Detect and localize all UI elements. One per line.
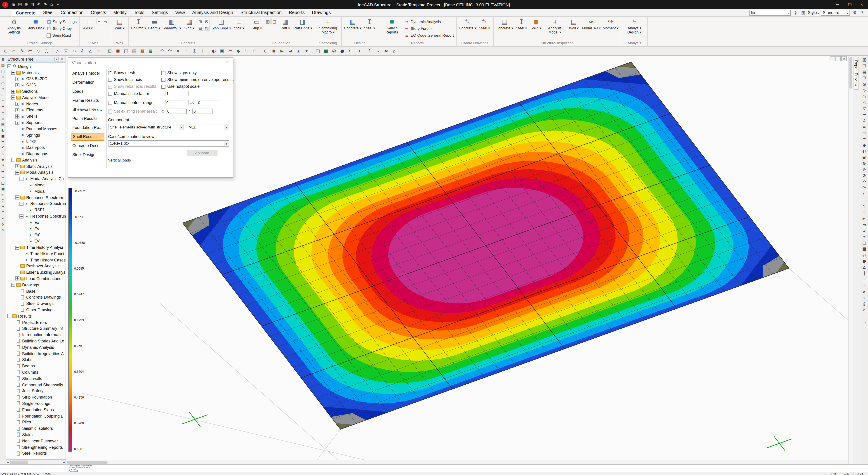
tree-item-single-footings[interactable]: Single Footings bbox=[6, 400, 66, 407]
tree-item-foundation-slabs[interactable]: Foundation Slabs bbox=[6, 407, 66, 413]
print-icon[interactable]: ◨ bbox=[29, 1, 36, 8]
toolbar-icon[interactable]: ▱ bbox=[226, 47, 234, 55]
new-file-icon[interactable]: ▣ bbox=[10, 1, 17, 8]
toolbar-icon[interactable]: ▴ bbox=[861, 228, 868, 234]
toolbar-icon[interactable]: ⊠ bbox=[114, 47, 122, 55]
tree-item-nonlinear-pushover[interactable]: Nonlinear Pushover bbox=[6, 438, 66, 444]
toolbar-icon[interactable]: ▽ bbox=[62, 47, 70, 55]
axis-tool-icon[interactable]: ⌐ bbox=[96, 19, 102, 24]
dynamic-analysis-button[interactable]: ≈Dynamic Analysis bbox=[404, 19, 454, 25]
expander-icon[interactable]: − bbox=[16, 245, 20, 249]
steel-button[interactable]: ✎Steel ▾ bbox=[477, 17, 492, 40]
toolbar-icon[interactable]: ► bbox=[861, 215, 868, 221]
story-forces-button[interactable]: →Story Forces bbox=[404, 25, 454, 32]
toolbar-icon[interactable]: ∠ bbox=[87, 47, 94, 55]
story-settings-button[interactable]: ▤Story Settings bbox=[46, 19, 76, 25]
toolbar-icon[interactable]: ◆ bbox=[235, 47, 242, 55]
toolbar-icon[interactable]: ↑ bbox=[366, 47, 373, 55]
toolbar-icon[interactable]: ↶ bbox=[861, 179, 868, 185]
raft-button[interactable]: ▦Raft ▾ bbox=[278, 17, 292, 40]
strip-button[interactable]: ▭Strip ▾ bbox=[250, 17, 264, 40]
toolbar-icon[interactable]: ⊕ bbox=[2, 47, 9, 55]
expander-icon[interactable]: − bbox=[20, 214, 24, 218]
toolbar-icon[interactable]: ✎ bbox=[19, 47, 26, 55]
toolbar-icon[interactable]: ▤ bbox=[131, 47, 138, 55]
tree-item-ey[interactable]: ▸Ey' bbox=[6, 238, 66, 244]
toolbar-icon[interactable]: ↷ bbox=[166, 47, 174, 55]
tree-item-building-stories-and-lo[interactable]: Building Stories And Lo bbox=[6, 338, 66, 344]
toolbar-icon[interactable]: ▤ bbox=[861, 69, 868, 75]
menu-drawings[interactable]: Drawings bbox=[308, 9, 334, 16]
toolbar-icon[interactable]: ▣ bbox=[0, 133, 6, 139]
toolbar-icon[interactable]: ↶ bbox=[158, 47, 165, 55]
steel-button[interactable]: ISteel ▾ bbox=[514, 17, 529, 40]
slab-tool-icon[interactable]: ⊠ bbox=[204, 19, 210, 24]
viewport[interactable]: -0.2462-0.161-0.07580.00950.09470.17990.… bbox=[66, 56, 848, 464]
toolbar-icon[interactable]: ◐ bbox=[861, 148, 868, 154]
tree-item-modal-analysis[interactable]: −Modal Analysis bbox=[6, 170, 66, 176]
tree-item-base[interactable]: Base bbox=[6, 288, 66, 294]
toolbar-icon[interactable]: ↓ bbox=[861, 209, 868, 215]
toolbar-icon[interactable]: ▴ bbox=[0, 174, 6, 180]
show-minimums-checkbox[interactable] bbox=[161, 78, 165, 82]
toolbar-icon[interactable]: ≡ bbox=[95, 47, 102, 55]
tree-item-shearwalls[interactable]: Shearwalls bbox=[6, 376, 66, 382]
solid-button[interactable]: ◼Solid ▾ bbox=[529, 17, 543, 40]
toolbar-icon[interactable]: ← bbox=[0, 204, 6, 209]
tree-item-analysis-model[interactable]: −Analysis Model bbox=[6, 94, 66, 101]
viewport-vertical-scrollbar[interactable] bbox=[848, 56, 852, 464]
toolbar-icon[interactable]: ≈ bbox=[861, 283, 868, 289]
toolbar-icon[interactable]: ▽ bbox=[0, 162, 6, 168]
close-icon[interactable]: × bbox=[225, 60, 230, 65]
toolbar-icon[interactable]: × bbox=[175, 47, 182, 55]
expander-icon[interactable]: + bbox=[16, 102, 20, 106]
expander-icon[interactable]: − bbox=[16, 171, 20, 175]
expander-icon[interactable]: − bbox=[20, 177, 24, 181]
scaffolding-macro-button[interactable]: ⌗Scaffolding Macro ▾ bbox=[316, 17, 340, 40]
rebar-diameter-input[interactable]: 0 bbox=[166, 109, 187, 114]
toolbar-icon[interactable]: § bbox=[0, 221, 6, 227]
expander-icon[interactable]: + bbox=[16, 77, 20, 81]
menu-analysis-and-design[interactable]: Analysis and Design bbox=[188, 9, 237, 16]
toolbar-icon[interactable]: ◆ bbox=[861, 142, 868, 148]
tree-item-seismic-isolators[interactable]: Seismic Isolators bbox=[6, 425, 66, 432]
tree-item-nodes[interactable]: +▪Nodes bbox=[6, 101, 66, 107]
toolbar-icon[interactable]: ↰ bbox=[243, 47, 250, 55]
viz-tab-analysis-model[interactable]: Analysis Model bbox=[71, 70, 104, 77]
viz-tab-foundation-re[interactable]: Foundation Re... bbox=[71, 124, 104, 131]
toolbar-icon[interactable]: ∥ bbox=[199, 47, 206, 55]
undo-icon[interactable]: ↶ bbox=[36, 1, 42, 8]
toolbar-icon[interactable]: ↓ bbox=[374, 47, 381, 55]
redo-icon[interactable]: ↷ bbox=[42, 1, 49, 8]
toolbar-icon[interactable]: ▦ bbox=[139, 47, 146, 55]
expander-icon[interactable]: + bbox=[16, 83, 20, 87]
tree-item-design[interactable]: −⚙Design bbox=[6, 63, 66, 70]
toolbar-icon[interactable]: → bbox=[861, 197, 868, 203]
toolbar-icon[interactable]: ⊥ bbox=[191, 47, 198, 55]
show-mesh-checkbox[interactable] bbox=[108, 71, 112, 75]
toolbar-icon[interactable]: ◎ bbox=[861, 252, 868, 258]
scrollbar-thumb[interactable] bbox=[849, 57, 852, 89]
toolbar-icon[interactable]: ▦ bbox=[861, 57, 868, 63]
animate-button[interactable]: Animate bbox=[187, 150, 217, 156]
concrete-button[interactable]: ✎Concrete ▾ bbox=[458, 17, 477, 40]
toolbar-icon[interactable]: ⊗ bbox=[270, 47, 278, 55]
toolbar-icon[interactable]: ▤ bbox=[0, 121, 6, 127]
tree-item-joint-safety[interactable]: Joint Safety bbox=[6, 388, 66, 394]
toolbar-icon[interactable]: ↕ bbox=[861, 118, 868, 124]
tree-item-concrete-drawings[interactable]: Concrete Drawings bbox=[6, 294, 66, 301]
toolbar-icon[interactable]: ⊞ bbox=[861, 75, 868, 81]
toolbar-icon[interactable]: △ bbox=[0, 98, 6, 103]
toolbar-icon[interactable]: ≈ bbox=[0, 215, 6, 221]
style-dropdown[interactable]: Style ▾ bbox=[808, 10, 819, 15]
expander-icon[interactable]: + bbox=[16, 164, 20, 168]
tree-item-response-spectrum[interactable]: −▸Response Spectrum bbox=[6, 201, 66, 207]
expander-icon[interactable]: + bbox=[16, 121, 20, 125]
toolbar-icon[interactable]: ● bbox=[861, 258, 868, 264]
tree-item-s235[interactable]: +▪S235 bbox=[6, 82, 66, 88]
toolbar-icon[interactable]: ⊕ bbox=[0, 57, 6, 62]
toolbar-icon[interactable]: ⌐ bbox=[10, 47, 18, 55]
toolbar-icon[interactable]: ¬ bbox=[861, 319, 868, 325]
tree-item-building-irregularities-a[interactable]: Building Irregularities A bbox=[6, 350, 66, 357]
scroll-right-icon[interactable]: ► bbox=[63, 460, 65, 464]
